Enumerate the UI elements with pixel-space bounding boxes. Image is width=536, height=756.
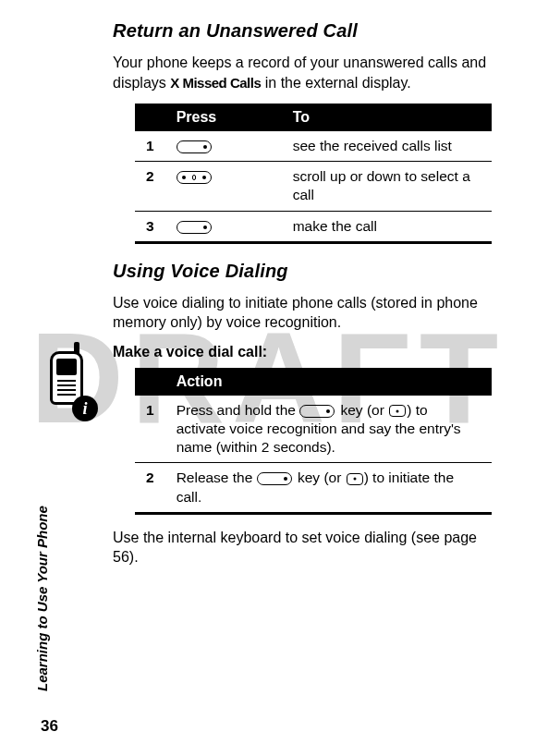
press-cell (165, 162, 282, 211)
small-key-icon (389, 405, 406, 417)
col-press: Press (165, 104, 282, 131)
intro-voice-dialing: Use voice dialing to initiate phone call… (113, 293, 492, 333)
table-row: 3 make the call (135, 211, 492, 242)
to-cell: scroll up or down to select a call (282, 162, 492, 211)
phone-info-icon: i (46, 351, 102, 431)
intro-return-call: Your phone keeps a record of your unansw… (113, 53, 492, 92)
soft-key-icon (299, 405, 335, 418)
step-number: 3 (135, 211, 165, 242)
small-key-icon (347, 473, 363, 485)
action-text-mid: key (or (294, 469, 346, 485)
page-number: 36 (41, 717, 58, 736)
side-section-label: Learning to Use Your Phone (34, 506, 50, 691)
step-number: 2 (135, 162, 165, 211)
step-number: 2 (135, 463, 165, 513)
to-cell: see the received calls list (282, 131, 492, 162)
heading-voice-dialing: Using Voice Dialing (113, 261, 492, 282)
step-number: 1 (135, 396, 165, 463)
table-row: 2 Release the key (or ) to initiate the … (135, 463, 492, 513)
table-row: 2 scroll up or down to select a call (135, 162, 492, 211)
outro-voice-dialing: Use the internal keyboard to set voice d… (113, 528, 492, 567)
section-return-call: Return an Unanswered Call Your phone kee… (113, 20, 492, 244)
step-number: 1 (135, 131, 165, 162)
action-cell: Press and hold the key (or ) to activate… (165, 396, 492, 463)
action-table: Action 1 Press and hold the key (or ) to… (135, 368, 492, 515)
intro-text-bold: X Missed Calls (170, 75, 261, 91)
col-action: Action (165, 368, 492, 396)
soft-key-icon (177, 221, 212, 234)
heading-return-call: Return an Unanswered Call (113, 20, 492, 42)
soft-key-icon (177, 140, 212, 153)
lead-voice-dialing: Make a voice dial call: (113, 344, 492, 360)
press-cell (165, 131, 282, 162)
col-to: To (282, 104, 492, 131)
action-text-mid: key (or (336, 402, 388, 418)
section-voice-dialing: Using Voice Dialing Use voice dialing to… (113, 261, 492, 567)
table-row: 1 see the received calls list (135, 131, 492, 162)
nav-key-icon (177, 171, 212, 184)
to-cell: make the call (282, 211, 492, 242)
col-blank (135, 104, 165, 131)
action-text-pre: Release the (177, 469, 257, 485)
intro-text-after: in the external display. (261, 75, 410, 91)
table-row: 1 Press and hold the key (or ) to activa… (135, 396, 492, 463)
press-to-table: Press To 1 see the received calls list 2… (135, 104, 492, 244)
press-cell (165, 211, 282, 242)
action-text-pre: Press and hold the (177, 402, 300, 418)
col-blank (135, 368, 165, 396)
action-cell: Release the key (or ) to initiate the ca… (165, 463, 492, 513)
soft-key-icon (257, 472, 292, 485)
